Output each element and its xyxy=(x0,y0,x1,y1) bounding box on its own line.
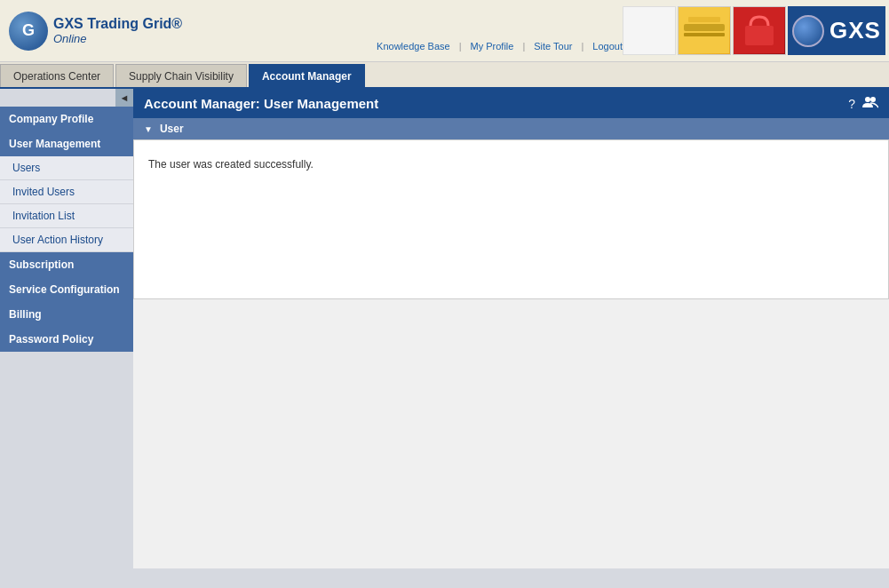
users-icon-button[interactable] xyxy=(862,96,878,111)
top-links: Knowledge Base | My Profile | Site Tour … xyxy=(377,41,623,52)
content-area: Account Manager: User Management ? ▼ Use… xyxy=(133,89,889,568)
sep2: | xyxy=(522,41,525,52)
user-subheader: ▼ User xyxy=(133,118,889,139)
tab-supply-chain[interactable]: Supply Chain Visibility xyxy=(115,64,247,87)
svg-rect-5 xyxy=(745,26,774,45)
sep3: | xyxy=(581,41,583,52)
content-header: Account Manager: User Management ? xyxy=(133,89,889,118)
logo-icon: G xyxy=(9,12,48,51)
nav-tabs: Operations Center Supply Chain Visibilit… xyxy=(0,62,889,89)
gxs-logo-box: GXS xyxy=(788,6,885,55)
sidebar-item-invited-users[interactable]: Invited Users xyxy=(0,180,133,204)
header-img-yellow xyxy=(678,6,731,55)
logo-brand: GXS Trading Grid® xyxy=(53,15,182,32)
svg-rect-1 xyxy=(684,24,725,31)
content-body: The user was created successfully. xyxy=(133,139,889,299)
sidebar-section-user-management[interactable]: User Management xyxy=(0,131,133,156)
knowledge-base-link[interactable]: Knowledge Base xyxy=(377,41,450,52)
sidebar: ◄ Company Profile User Management Users … xyxy=(0,89,133,568)
red-img-icon xyxy=(734,8,784,53)
users-icon xyxy=(862,96,878,108)
site-tour-link[interactable]: Site Tour xyxy=(534,41,572,52)
top-bar: G GXS Trading Grid® Online Knowledge Bas… xyxy=(0,0,889,62)
sidebar-item-subscription[interactable]: Subscription xyxy=(0,252,133,277)
sidebar-item-user-action-history[interactable]: User Action History xyxy=(0,228,133,252)
header-right: Knowledge Base | My Profile | Site Tour … xyxy=(377,6,889,55)
svg-point-7 xyxy=(870,97,876,102)
sidebar-item-invitation-list[interactable]: Invitation List xyxy=(0,204,133,228)
sidebar-collapse-button[interactable]: ◄ xyxy=(115,89,133,107)
sidebar-item-password-policy[interactable]: Password Policy xyxy=(0,327,133,352)
header-img-blank xyxy=(623,6,676,55)
sidebar-item-users[interactable]: Users xyxy=(0,156,133,180)
success-message: The user was created successfully. xyxy=(148,158,874,171)
help-button[interactable]: ? xyxy=(848,97,855,111)
svg-point-6 xyxy=(865,97,870,102)
sidebar-item-service-configuration[interactable]: Service Configuration xyxy=(0,277,133,302)
tab-operations-center[interactable]: Operations Center xyxy=(0,64,114,87)
logout-link[interactable]: Logout xyxy=(592,41,623,52)
content-header-title: Account Manager: User Management xyxy=(144,96,378,111)
subheader-collapse-icon[interactable]: ▼ xyxy=(144,124,153,134)
logo-sub: Online xyxy=(53,32,182,46)
yellow-img-icon xyxy=(679,8,729,53)
logo-area: G GXS Trading Grid® Online xyxy=(9,12,182,51)
gxs-logo-circle-icon xyxy=(792,15,824,47)
content-header-actions: ? xyxy=(848,96,878,111)
my-profile-link[interactable]: My Profile xyxy=(471,41,514,52)
header-img-red xyxy=(733,6,786,55)
svg-rect-2 xyxy=(684,33,725,36)
sidebar-item-billing[interactable]: Billing xyxy=(0,302,133,327)
main-layout: ◄ Company Profile User Management Users … xyxy=(0,89,889,568)
gxs-text: GXS xyxy=(829,17,881,44)
header-images: GXS xyxy=(623,6,885,55)
sep1: | xyxy=(459,41,462,52)
svg-rect-3 xyxy=(688,17,720,22)
tab-account-manager[interactable]: Account Manager xyxy=(249,64,365,87)
sidebar-item-company-profile[interactable]: Company Profile xyxy=(0,107,133,131)
user-subheader-label: User xyxy=(160,123,184,135)
logo-text: GXS Trading Grid® Online xyxy=(53,15,182,46)
